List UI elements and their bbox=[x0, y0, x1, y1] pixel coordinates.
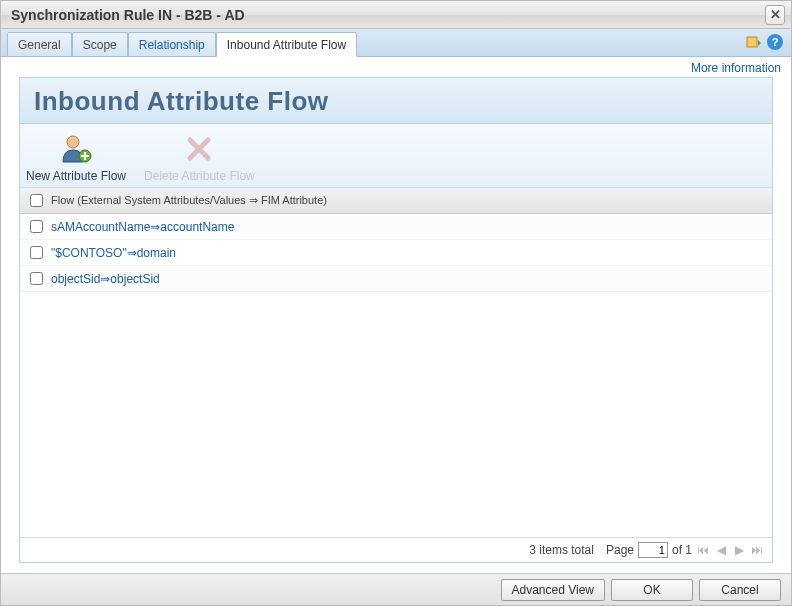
cancel-button[interactable]: Cancel bbox=[699, 579, 781, 601]
close-button[interactable]: ✕ bbox=[765, 5, 785, 25]
flow-link[interactable]: objectSid⇒objectSid bbox=[51, 272, 160, 286]
tab-label: General bbox=[18, 38, 61, 52]
button-label: Cancel bbox=[721, 583, 758, 597]
grid-header-label: Flow (External System Attributes/Values … bbox=[51, 194, 327, 207]
svg-point-1 bbox=[67, 136, 79, 148]
select-all-checkbox[interactable] bbox=[30, 194, 43, 207]
close-icon: ✕ bbox=[770, 7, 781, 22]
new-attribute-flow-button[interactable]: New Attribute Flow bbox=[26, 131, 126, 183]
titlebar: Synchronization Rule IN - B2B - AD ✕ bbox=[1, 1, 791, 29]
ok-button[interactable]: OK bbox=[611, 579, 693, 601]
tabbar-tools: ? bbox=[745, 34, 783, 50]
advanced-view-button[interactable]: Advanced View bbox=[501, 579, 606, 601]
pager-next-icon[interactable]: ▶ bbox=[732, 543, 746, 557]
total-items-label: 3 items total bbox=[529, 543, 594, 557]
svg-rect-0 bbox=[747, 37, 757, 47]
more-info-row: More information bbox=[1, 57, 791, 77]
flow-panel: Inbound Attribute Flow New Attribute Flo… bbox=[19, 77, 773, 563]
panel-header: Inbound Attribute Flow bbox=[20, 78, 772, 124]
pager-first-icon[interactable]: ⏮ bbox=[696, 543, 710, 557]
delete-attribute-flow-button: Delete Attribute Flow bbox=[144, 131, 255, 183]
delete-x-icon bbox=[181, 131, 217, 167]
tab-general[interactable]: General bbox=[7, 32, 72, 56]
dialog-button-bar: Advanced View OK Cancel bbox=[1, 573, 791, 605]
tool-label: Delete Attribute Flow bbox=[144, 169, 255, 183]
tab-label: Relationship bbox=[139, 38, 205, 52]
button-label: Advanced View bbox=[512, 583, 595, 597]
button-label: OK bbox=[643, 583, 660, 597]
flow-grid: Flow (External System Attributes/Values … bbox=[20, 188, 772, 537]
dialog-window: Synchronization Rule IN - B2B - AD ✕ Gen… bbox=[0, 0, 792, 606]
import-icon[interactable] bbox=[745, 34, 761, 50]
pager-last-icon[interactable]: ⏭ bbox=[750, 543, 764, 557]
grid-row[interactable]: "$CONTOSO"⇒domain bbox=[20, 240, 772, 266]
page-label: Page bbox=[606, 543, 634, 557]
tab-label: Scope bbox=[83, 38, 117, 52]
grid-row[interactable]: objectSid⇒objectSid bbox=[20, 266, 772, 292]
page-input[interactable] bbox=[638, 542, 668, 558]
help-icon[interactable]: ? bbox=[767, 34, 783, 50]
dialog-title: Synchronization Rule IN - B2B - AD bbox=[7, 7, 765, 23]
tab-inbound-attribute-flow[interactable]: Inbound Attribute Flow bbox=[216, 32, 357, 57]
flow-link[interactable]: sAMAccountName⇒accountName bbox=[51, 220, 234, 234]
panel-title: Inbound Attribute Flow bbox=[34, 86, 758, 117]
grid-header-row: Flow (External System Attributes/Values … bbox=[20, 188, 772, 214]
more-information-link[interactable]: More information bbox=[691, 61, 781, 75]
row-checkbox[interactable] bbox=[30, 246, 43, 259]
tab-label: Inbound Attribute Flow bbox=[227, 38, 346, 52]
grid-row[interactable]: sAMAccountName⇒accountName bbox=[20, 214, 772, 240]
row-checkbox[interactable] bbox=[30, 220, 43, 233]
grid-footer: 3 items total Page of 1 ⏮ ◀ ▶ ⏭ bbox=[20, 537, 772, 562]
pager: Page of 1 ⏮ ◀ ▶ ⏭ bbox=[606, 542, 764, 558]
tab-bar: General Scope Relationship Inbound Attri… bbox=[1, 29, 791, 57]
panel-toolbar: New Attribute Flow Delete Attribute Flow bbox=[20, 124, 772, 188]
tab-scope[interactable]: Scope bbox=[72, 32, 128, 56]
pager-prev-icon[interactable]: ◀ bbox=[714, 543, 728, 557]
tool-label: New Attribute Flow bbox=[26, 169, 126, 183]
tab-relationship[interactable]: Relationship bbox=[128, 32, 216, 56]
content-area: Inbound Attribute Flow New Attribute Flo… bbox=[1, 77, 791, 573]
page-of-label: of 1 bbox=[672, 543, 692, 557]
row-checkbox[interactable] bbox=[30, 272, 43, 285]
user-add-icon bbox=[58, 131, 94, 167]
flow-link[interactable]: "$CONTOSO"⇒domain bbox=[51, 246, 176, 260]
